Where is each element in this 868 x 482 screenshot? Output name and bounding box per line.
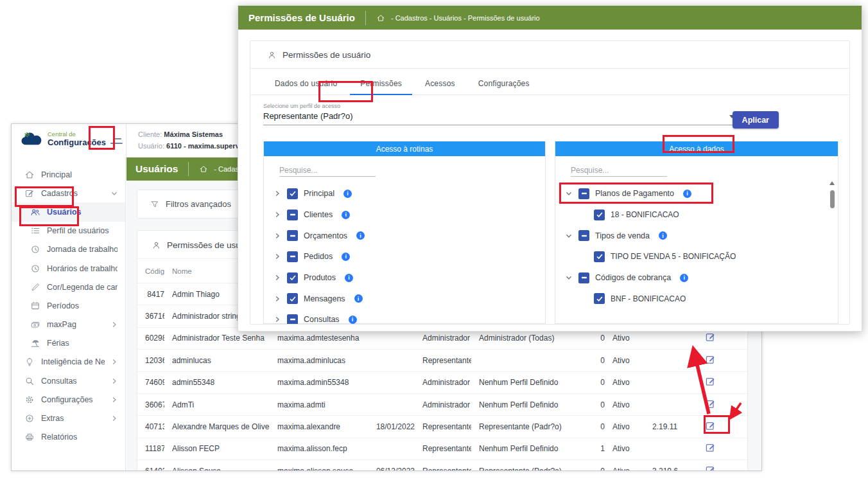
sidebar-item-horarios-de-trabalho[interactable]: Horários de trabalho xyxy=(12,259,125,278)
tree-checkbox[interactable] xyxy=(578,188,589,199)
chevron-down-icon[interactable] xyxy=(566,274,573,281)
user-label: Usuário: xyxy=(138,142,164,150)
sidebar-item-principal[interactable]: Principal xyxy=(12,165,125,184)
info-icon[interactable]: i xyxy=(659,231,667,240)
sidebar-item-inteligencia-de-negocio[interactable]: Inteligência de Negócio xyxy=(12,353,125,371)
tree-checkbox[interactable] xyxy=(594,210,605,220)
tab-dados-do-usuario[interactable]: Dados do usuário xyxy=(263,79,349,94)
chevron-right-icon[interactable] xyxy=(274,253,281,260)
sidebar-item-relatorios[interactable]: Relatórios xyxy=(12,428,125,447)
cell-nome: AdmTi xyxy=(172,400,270,409)
tree-item-produtos[interactable]: Produtosi xyxy=(264,267,545,289)
tree-checkbox[interactable] xyxy=(578,272,589,283)
chevron-right-icon[interactable] xyxy=(274,296,281,302)
edit-user-button[interactable] xyxy=(705,465,716,471)
info-icon[interactable]: i xyxy=(343,190,352,198)
info-icon[interactable]: i xyxy=(356,231,365,240)
tree-checkbox[interactable] xyxy=(287,230,298,241)
sidebar-item-cor-legenda-de-campos[interactable]: Cor/Legenda de campos xyxy=(12,278,125,296)
users-icon xyxy=(30,207,40,217)
tree-item-pedidos[interactable]: Pedidosi xyxy=(264,246,545,267)
sidebar-item-configuracoes[interactable]: Configurações xyxy=(12,390,125,409)
chevron-right-icon[interactable] xyxy=(274,274,281,281)
edit-user-button[interactable] xyxy=(705,332,716,343)
sidebar-item-consultas[interactable]: Consultas xyxy=(12,371,125,390)
edit-user-button[interactable] xyxy=(705,420,716,431)
home-icon[interactable] xyxy=(199,165,208,174)
sidebar-item-periodos[interactable]: Períodos xyxy=(12,296,125,315)
chevron-right-icon[interactable] xyxy=(274,316,281,323)
chevron-right-icon[interactable] xyxy=(274,233,281,239)
info-icon[interactable]: i xyxy=(342,211,350,219)
tree-item-18-bonificacao[interactable]: 18 - BONIFICACAO xyxy=(555,204,838,226)
access-panels: Acesso à rotinas PrincipaliClientesiOrça… xyxy=(263,141,838,324)
cell-num: 1 xyxy=(596,444,605,453)
cell-login: maxima.admti xyxy=(277,400,367,409)
money-icon xyxy=(30,319,40,330)
tree-item-tipos-de-venda[interactable]: Tipos de vendai xyxy=(555,225,838,246)
info-icon[interactable]: i xyxy=(342,253,350,261)
tree-checkbox[interactable] xyxy=(287,251,298,262)
chevron-down-icon[interactable] xyxy=(566,190,573,197)
tree-item-consultas[interactable]: Consultasi xyxy=(264,309,545,325)
tree-item-planos-de-pagamento[interactable]: Planos de Pagamentoi xyxy=(555,183,838,204)
chevron-down-icon[interactable] xyxy=(566,233,573,239)
tree-item-tipo-de-venda-5-bonificacao[interactable]: TIPO DE VENDA 5 - BONIFICAÇÃO xyxy=(555,246,838,267)
sidebar-item-usuarios[interactable]: Usuários xyxy=(12,202,125,221)
tree-item-principal[interactable]: Principali xyxy=(264,183,545,204)
cell-versao: 2.19.11 xyxy=(652,422,697,431)
sidebar-item-label: Principal xyxy=(41,170,117,179)
panel-scrollbar xyxy=(829,181,835,317)
tab-configuracoes[interactable]: Configurações xyxy=(467,79,541,94)
sidebar-item-cadastros[interactable]: Cadastros xyxy=(12,184,125,202)
tree-item-orcamentos[interactable]: Orçamentosi xyxy=(264,225,545,246)
edit-user-button[interactable] xyxy=(705,376,716,387)
tab-permissoes[interactable]: Permissões xyxy=(349,79,413,94)
info-icon[interactable]: i xyxy=(354,294,363,303)
sidebar-item-perfil-de-usuarios[interactable]: Perfil de usuários xyxy=(12,222,125,240)
sidebar-item-jornada-de-trabalho[interactable]: Jornada de trabalho xyxy=(12,240,125,259)
info-icon[interactable]: i xyxy=(683,190,691,198)
info-icon[interactable]: i xyxy=(349,316,357,324)
tree-checkbox[interactable] xyxy=(287,272,298,283)
info-icon[interactable]: i xyxy=(680,274,688,282)
tree-checkbox[interactable] xyxy=(594,293,605,304)
sidebar-item-label: maxPag xyxy=(47,320,105,329)
tree-item-codigos-de-cobranca[interactable]: Códigos de cobrançai xyxy=(555,267,838,289)
sidebar-item-label: Extras xyxy=(41,414,105,423)
edit-user-button[interactable] xyxy=(705,354,716,365)
cell-perfil: Nenhum Perfil Definido xyxy=(479,400,588,409)
tree-item-clientes[interactable]: Clientesi xyxy=(264,204,545,226)
menu-toggle-button[interactable] xyxy=(103,133,123,148)
home-icon[interactable] xyxy=(376,13,385,22)
cell-nome: Alisson Sousa xyxy=(172,467,270,471)
tree-checkbox[interactable] xyxy=(578,230,589,241)
tree-checkbox[interactable] xyxy=(287,188,298,199)
tree-item-mensagens[interactable]: Mensagensi xyxy=(264,288,545,309)
routines-search-input[interactable] xyxy=(279,165,376,177)
tab-acessos[interactable]: Acessos xyxy=(413,79,467,94)
scrollbar-up-arrow-icon[interactable] xyxy=(829,181,835,185)
chevron-right-icon[interactable] xyxy=(274,190,281,197)
tree-item-bnf-bonificacao[interactable]: BNF - BONIFICACAO xyxy=(555,288,838,309)
tree-checkbox[interactable] xyxy=(287,293,298,304)
tree-item-label: Planos de Pagamento xyxy=(595,189,674,198)
routines-access-panel: Acesso à rotinas PrincipaliClientesiOrça… xyxy=(263,141,546,324)
cell-perfil: Representante (Padr?o) xyxy=(479,467,588,471)
scrollbar-thumb[interactable] xyxy=(830,190,835,208)
tree-checkbox[interactable] xyxy=(287,314,298,325)
sidebar-item-extras[interactable]: Extras xyxy=(12,409,125,427)
edit-user-button[interactable] xyxy=(705,442,716,453)
info-icon[interactable]: i xyxy=(345,274,353,282)
apply-button[interactable]: Aplicar xyxy=(733,111,779,129)
sidebar-item-maxpag[interactable]: maxPag xyxy=(12,316,125,334)
profile-select[interactable]: Selecione um perfil de acesso Representa… xyxy=(263,103,738,125)
sidebar-item-label: Jornada de trabalho xyxy=(47,245,117,254)
chevron-right-icon[interactable] xyxy=(274,211,281,218)
tree-checkbox[interactable] xyxy=(594,251,605,262)
edit-user-button[interactable] xyxy=(705,398,716,409)
sidebar-item-ferias[interactable]: Férias xyxy=(12,334,125,353)
data-search-input[interactable] xyxy=(571,165,667,177)
tree-checkbox[interactable] xyxy=(287,210,298,220)
tree-item-label: Tipos de venda xyxy=(595,231,650,240)
